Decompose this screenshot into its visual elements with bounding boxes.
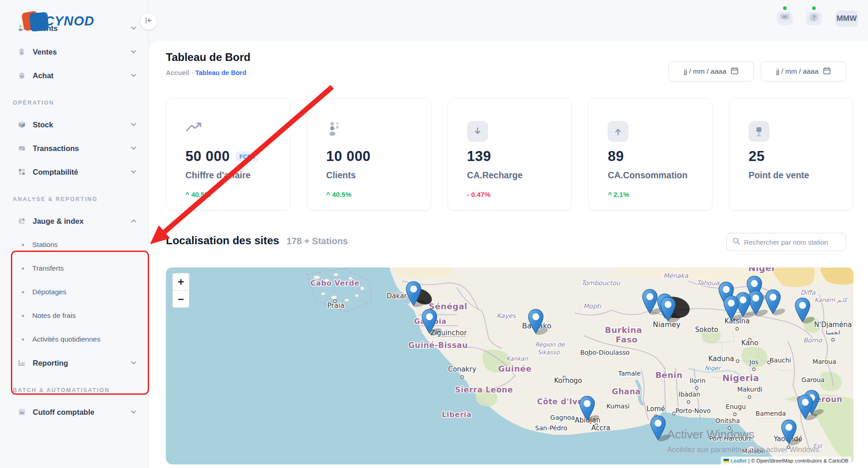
- map-label: Ghana: [612, 387, 641, 396]
- chevron-down-icon: [131, 146, 136, 150]
- calendar-icon: [823, 67, 831, 76]
- stat-value: 10 000: [326, 148, 371, 165]
- sidebar-subitem-label: Activités quotidiennes: [32, 335, 100, 343]
- calendar-icon: [731, 67, 738, 76]
- sidebar-section-operation: OPÉRATION: [0, 99, 148, 106]
- date-to-input[interactable]: jj / mm / aaaa: [761, 61, 846, 81]
- help-icon: ?: [809, 12, 819, 24]
- sidebar-item-cutoff-comptable[interactable]: Cutoff comptable: [0, 400, 148, 424]
- map-label: Jos: [749, 358, 758, 366]
- sidebar-subitem-notes-de-frais[interactable]: Notes de frais: [0, 304, 148, 327]
- city-dot: [673, 412, 675, 415]
- collapse-icon: [145, 17, 152, 25]
- user-avatar[interactable]: MMW: [835, 10, 858, 27]
- map-label: Korhogo: [554, 377, 582, 385]
- map-label: San-Pédro: [535, 424, 568, 432]
- map-label: Conakry: [448, 365, 476, 373]
- map-attribution: Leaflet | © OpenStreetMap contributors &…: [721, 457, 851, 464]
- map-label: Bénin: [655, 370, 683, 380]
- sidebar-subitem-label: Notes de frais: [32, 312, 76, 320]
- sidebar-item-transactions[interactable]: Transactions: [0, 136, 148, 160]
- sidebar-subitem-activites-quotidiennes[interactable]: Activités quotidiennes: [0, 327, 148, 351]
- clients-icon: [326, 121, 344, 139]
- breadcrumb: Accueil - Tableau de Bord: [166, 69, 250, 76]
- city-dot: [832, 338, 834, 341]
- city-dot: [787, 446, 790, 448]
- map-label: Gagnoa: [550, 414, 575, 421]
- bullet-icon: [22, 338, 24, 341]
- map-label: Mopti: [584, 302, 602, 310]
- date-from-input[interactable]: jj / mm / aaaa: [668, 61, 754, 81]
- map-label: Burkina: [605, 325, 642, 335]
- chart-icon: [17, 358, 26, 367]
- sidebar-item-stock[interactable]: Stock: [0, 113, 148, 136]
- station-search-input[interactable]: [744, 238, 840, 246]
- map-label: Malabo: [742, 448, 765, 455]
- city-dot: [461, 376, 464, 378]
- map-label: Sierra Leone: [455, 385, 513, 394]
- sidebar-item-comptabilite[interactable]: Comptabilité: [0, 160, 148, 184]
- date-filters: jj / mm / aaaa jj / mm / aaaa: [668, 61, 846, 81]
- map-label: Nigeria: [722, 373, 759, 383]
- logo-text: CYNOD: [45, 14, 95, 29]
- map-label: Niamey: [653, 320, 680, 329]
- sidebar-item-ventes[interactable]: $Ventes: [0, 40, 148, 64]
- map-label: Dakar: [387, 292, 407, 300]
- map-label: Région de: [535, 341, 565, 348]
- sidebar-item-label: Ventes: [33, 48, 57, 56]
- grid-icon: [17, 167, 26, 176]
- map-label: Tombouctou: [581, 279, 620, 287]
- breadcrumb-home[interactable]: Accueil: [166, 69, 190, 76]
- help-button[interactable]: ?: [806, 11, 822, 25]
- sidebar-item-label: Comptabilité: [33, 168, 78, 176]
- stat-delta: ^ 2.1%: [608, 191, 712, 198]
- svg-text:$: $: [20, 51, 23, 55]
- station-search: [726, 233, 846, 251]
- sidebar-subitem-stations[interactable]: Stations: [0, 233, 148, 257]
- map[interactable]: Cabo VerdePraiaDakarSénégalGambiaZiguinc…: [166, 267, 853, 464]
- map-label: Tamale: [618, 370, 641, 377]
- sidebar-item-reporting[interactable]: Reporting: [0, 351, 148, 375]
- main-panel: Tableau de Bord Accueil - Tableau de Bor…: [149, 41, 868, 468]
- bullet-icon: [22, 244, 24, 246]
- breadcrumb-current[interactable]: Tableau de Bord: [195, 69, 247, 76]
- search-icon: [732, 237, 740, 247]
- stat-delta: - 0.47%: [467, 191, 572, 198]
- map-label: Porto-Novo: [675, 407, 711, 414]
- status-dot: [783, 6, 787, 10]
- arrow-down-icon: [467, 121, 488, 142]
- bullet-icon: [22, 315, 24, 317]
- bullet-icon: [22, 267, 24, 270]
- sidebar-item-jauge-index[interactable]: Jauge & index: [0, 209, 148, 233]
- city-dot: [687, 401, 690, 403]
- currency-badge: FCFA: [235, 151, 259, 162]
- stat-card-chiffre-d-affaire: 50 000FCFAChiffre d'affaire^ 40.5%: [166, 98, 290, 211]
- sidebar-subitem-label: Transferts: [32, 264, 64, 272]
- city-dot: [728, 427, 731, 429]
- map-label: Bamenda: [756, 410, 786, 417]
- sidebar-item-label: Reporting: [33, 359, 68, 367]
- map-label: Kaduna: [708, 355, 734, 363]
- sidebar-menu: Clients$VentesAchatOPÉRATIONStockTransac…: [0, 0, 148, 424]
- app-logo[interactable]: CYNOD: [23, 10, 95, 32]
- sidebar-collapse-button[interactable]: [140, 13, 157, 30]
- topbar: ? MMW: [777, 6, 858, 29]
- map-label: Niger: [748, 267, 776, 273]
- map-label: Praia: [327, 302, 344, 310]
- tag-icon: $: [17, 47, 26, 56]
- map-label: Ìbàdàn: [678, 391, 700, 398]
- map-label: Sokoto: [695, 326, 718, 334]
- sidebar-item-achat[interactable]: Achat: [0, 64, 148, 87]
- leaflet-link[interactable]: Leaflet: [731, 458, 747, 463]
- trend-up-icon: [185, 121, 204, 135]
- messages-button[interactable]: [777, 11, 793, 25]
- chevron-down-icon: [131, 123, 136, 126]
- zoom-in-button[interactable]: +: [173, 273, 189, 290]
- sidebar-subitem-depotages[interactable]: Dépotages: [0, 280, 148, 304]
- stat-label: CA.Consommation: [608, 170, 712, 181]
- zoom-out-button[interactable]: −: [173, 291, 189, 307]
- sidebar-subitem-transferts[interactable]: Transferts: [0, 257, 148, 280]
- stat-label: CA.Recharge: [467, 170, 572, 181]
- sidebar-item-label: Transactions: [33, 144, 79, 153]
- stat-label: Clients: [326, 170, 431, 181]
